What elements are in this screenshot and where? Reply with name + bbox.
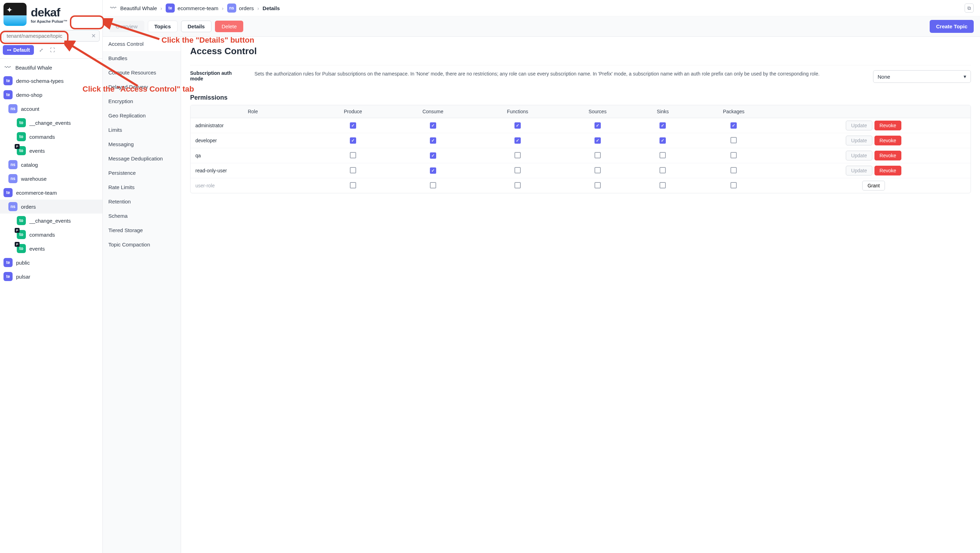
section-compute-resources[interactable]: Compute Resources xyxy=(103,65,181,80)
checkbox[interactable] xyxy=(350,137,356,143)
role-cell: administrator xyxy=(191,118,315,133)
tree-item-public[interactable]: tepublic xyxy=(0,255,102,269)
tree-item--change-events[interactable]: to__change_events xyxy=(0,214,102,228)
checkbox[interactable] xyxy=(514,122,521,129)
checkbox[interactable] xyxy=(514,167,521,174)
tab-topics[interactable]: Topics xyxy=(148,21,178,32)
section-topic-compaction[interactable]: Topic Compaction xyxy=(103,237,181,252)
sub-auth-select[interactable]: None ▾ xyxy=(873,70,971,83)
tree-item-orders[interactable]: nsorders xyxy=(0,199,102,214)
checkbox[interactable] xyxy=(730,122,737,129)
section-geo-replication[interactable]: Geo Replication xyxy=(103,108,181,123)
tree-item-account[interactable]: nsaccount xyxy=(0,102,102,116)
update-button[interactable]: Update xyxy=(846,121,872,131)
panel-access-control: Access Control Subscription auth mode Se… xyxy=(181,37,980,553)
section-persistence[interactable]: Persistence xyxy=(103,166,181,180)
update-button[interactable]: Update xyxy=(846,135,872,145)
tree-item-commands[interactable]: tocommands xyxy=(0,130,102,143)
checkbox[interactable] xyxy=(660,167,666,174)
section-nav: Access ControlBundlesCompute ResourcesDe… xyxy=(103,37,181,553)
role-cell[interactable]: user-role xyxy=(191,178,315,193)
section-messaging[interactable]: Messaging xyxy=(103,137,181,151)
tree-item-pulsar[interactable]: tepulsar xyxy=(0,269,102,284)
tree-item-catalog[interactable]: nscatalog xyxy=(0,158,102,172)
checkbox[interactable] xyxy=(730,152,737,158)
tab-delete[interactable]: Delete xyxy=(215,21,243,32)
section-limits[interactable]: Limits xyxy=(103,123,181,137)
copy-icon[interactable]: ⧉ xyxy=(965,3,974,13)
revoke-button[interactable]: Revoke xyxy=(875,135,901,145)
checkbox[interactable] xyxy=(514,182,521,188)
tree-item-demo-schema-types[interactable]: tedemo-schema-types xyxy=(0,74,102,88)
tab-overview[interactable]: Overview xyxy=(109,21,144,32)
update-button[interactable]: Update xyxy=(846,151,872,161)
to-badge: to xyxy=(17,244,26,253)
checkbox[interactable] xyxy=(514,152,521,158)
crumb-namespace[interactable]: nsorders xyxy=(227,3,254,13)
checkbox[interactable] xyxy=(350,182,356,188)
create-topic-button[interactable]: Create Topic xyxy=(930,20,974,33)
checkbox[interactable] xyxy=(430,167,436,174)
revoke-button[interactable]: Revoke xyxy=(875,151,901,161)
default-profile-button[interactable]: ⊶ Default xyxy=(3,45,34,55)
checkbox[interactable] xyxy=(430,182,436,188)
update-button[interactable]: Update xyxy=(846,166,872,175)
section-access-control[interactable]: Access Control xyxy=(103,37,181,51)
search-input[interactable] xyxy=(6,33,91,39)
section-tiered-storage[interactable]: Tiered Storage xyxy=(103,223,181,237)
sub-auth-desc: Sets the authorization rules for Pulsar … xyxy=(255,70,865,78)
checkbox[interactable] xyxy=(350,152,356,158)
checkbox[interactable] xyxy=(595,167,601,174)
clear-search-icon[interactable]: ✕ xyxy=(91,32,96,39)
section-message-deduplication[interactable]: Message Deduplication xyxy=(103,151,181,166)
checkbox[interactable] xyxy=(350,167,356,174)
revoke-button[interactable]: Revoke xyxy=(875,121,901,131)
tree-item-beautiful-whale[interactable]: 〰Beautiful Whale xyxy=(0,62,102,74)
te-badge: te xyxy=(3,188,13,197)
checkbox[interactable] xyxy=(595,152,601,158)
tree-item-demo-shop[interactable]: tedemo-shop xyxy=(0,88,102,102)
tree-item--change-events[interactable]: to__change_events xyxy=(0,116,102,130)
col-role: Role xyxy=(191,105,315,118)
checkbox[interactable] xyxy=(514,137,521,143)
grant-button[interactable]: Grant xyxy=(862,181,885,191)
sidebar: dekaf for Apache Pulsar™ ✕ ⊶ Default ⤢ ⛶… xyxy=(0,0,103,553)
section-retention[interactable]: Retention xyxy=(103,194,181,209)
resource-tree: 〰Beautiful Whaletedemo-schema-typestedem… xyxy=(0,59,102,286)
chevron-right-icon: › xyxy=(161,5,162,11)
crumb-tenant[interactable]: teecommerce-team xyxy=(165,3,218,13)
te-badge: te xyxy=(3,258,13,267)
collapse-icon[interactable]: ⤢ xyxy=(37,46,45,54)
tree-item-ecommerce-team[interactable]: teecommerce-team xyxy=(0,186,102,199)
section-delayed-delivery[interactable]: Delayed Delivery xyxy=(103,80,181,94)
page-title: Access Control xyxy=(190,46,971,57)
checkbox[interactable] xyxy=(595,122,601,129)
checkbox[interactable] xyxy=(730,137,737,143)
tree-item-warehouse[interactable]: nswarehouse xyxy=(0,172,102,186)
revoke-button[interactable]: Revoke xyxy=(875,166,901,175)
checkbox[interactable] xyxy=(430,122,436,129)
checkbox[interactable] xyxy=(660,122,666,129)
checkbox[interactable] xyxy=(660,137,666,143)
crumb-cluster[interactable]: 〰Beautiful Whale xyxy=(109,5,157,12)
to-badge: to xyxy=(17,118,26,127)
checkbox[interactable] xyxy=(660,182,666,188)
tree-item-events[interactable]: toevents xyxy=(0,242,102,255)
checkbox[interactable] xyxy=(595,137,601,143)
checkbox[interactable] xyxy=(660,152,666,158)
checkbox[interactable] xyxy=(430,152,436,159)
locate-icon[interactable]: ⛶ xyxy=(49,46,56,54)
tree-item-events[interactable]: toevents xyxy=(0,143,102,158)
checkbox[interactable] xyxy=(730,167,737,174)
section-encryption[interactable]: Encryption xyxy=(103,94,181,108)
section-schema[interactable]: Schema xyxy=(103,209,181,223)
section-bundles[interactable]: Bundles xyxy=(103,51,181,65)
section-rate-limits[interactable]: Rate Limits xyxy=(103,180,181,194)
checkbox[interactable] xyxy=(430,137,436,143)
checkbox[interactable] xyxy=(730,182,737,188)
tab-details[interactable]: Details xyxy=(181,21,212,32)
search-input-wrapper[interactable]: ✕ xyxy=(3,30,100,41)
tree-item-commands[interactable]: tocommands xyxy=(0,228,102,242)
checkbox[interactable] xyxy=(350,122,356,129)
checkbox[interactable] xyxy=(595,182,601,188)
